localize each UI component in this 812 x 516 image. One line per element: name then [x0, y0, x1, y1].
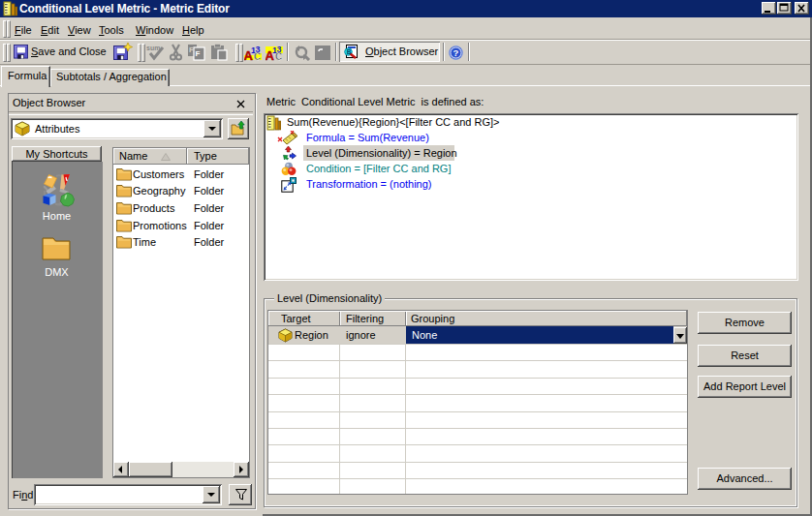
svg-text:?: ?	[453, 47, 459, 58]
svg-text:F: F	[189, 46, 194, 54]
svg-text:C: C	[275, 51, 282, 61]
svg-text:B: B	[347, 48, 352, 55]
svg-text:F: F	[196, 49, 201, 58]
svg-text:sum: sum	[146, 45, 160, 51]
svg-text:C: C	[254, 51, 261, 61]
